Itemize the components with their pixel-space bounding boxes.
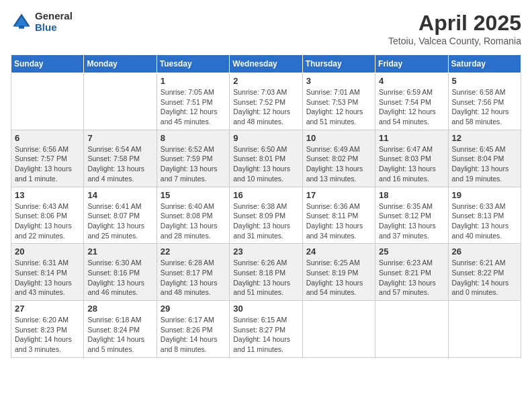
day-number: 1 bbox=[161, 76, 226, 86]
day-number: 26 bbox=[452, 246, 517, 257]
location-text: Tetoiu, Valcea County, Romania bbox=[388, 36, 521, 46]
calendar-cell: 23Sunrise: 6:26 AM Sunset: 8:18 PM Dayli… bbox=[230, 244, 302, 301]
day-number: 3 bbox=[306, 76, 371, 86]
logo-text: General Blue bbox=[35, 11, 73, 33]
page-header: General Blue April 2025 Tetoiu, Valcea C… bbox=[11, 11, 521, 46]
day-info: Sunrise: 6:23 AM Sunset: 8:21 PM Dayligh… bbox=[379, 258, 444, 298]
calendar-header: Sunday Monday Tuesday Wednesday Thursday… bbox=[11, 55, 521, 73]
day-number: 5 bbox=[452, 76, 517, 86]
week-row-2: 6Sunrise: 6:56 AM Sunset: 7:57 PM Daylig… bbox=[11, 130, 521, 187]
calendar-cell: 27Sunrise: 6:20 AM Sunset: 8:23 PM Dayli… bbox=[11, 301, 84, 358]
calendar-cell: 3Sunrise: 7:01 AM Sunset: 7:53 PM Daylig… bbox=[302, 73, 375, 130]
day-info: Sunrise: 6:36 AM Sunset: 8:11 PM Dayligh… bbox=[306, 201, 371, 241]
calendar-cell: 5Sunrise: 6:58 AM Sunset: 7:56 PM Daylig… bbox=[448, 73, 521, 130]
calendar-cell: 22Sunrise: 6:28 AM Sunset: 8:17 PM Dayli… bbox=[157, 244, 229, 301]
day-info: Sunrise: 6:25 AM Sunset: 8:19 PM Dayligh… bbox=[306, 258, 371, 298]
calendar-cell: 11Sunrise: 6:47 AM Sunset: 8:03 PM Dayli… bbox=[375, 130, 448, 187]
calendar-cell: 6Sunrise: 6:56 AM Sunset: 7:57 PM Daylig… bbox=[11, 130, 84, 187]
calendar-cell bbox=[302, 301, 375, 358]
day-number: 8 bbox=[161, 133, 226, 143]
day-number: 19 bbox=[452, 190, 517, 200]
calendar-cell: 26Sunrise: 6:21 AM Sunset: 8:22 PM Dayli… bbox=[448, 244, 521, 301]
calendar-cell: 1Sunrise: 7:05 AM Sunset: 7:51 PM Daylig… bbox=[157, 73, 229, 130]
day-info: Sunrise: 6:54 AM Sunset: 7:58 PM Dayligh… bbox=[87, 144, 152, 184]
day-number: 18 bbox=[379, 190, 444, 200]
calendar-cell: 18Sunrise: 6:35 AM Sunset: 8:12 PM Dayli… bbox=[375, 187, 448, 244]
calendar-cell: 10Sunrise: 6:49 AM Sunset: 8:02 PM Dayli… bbox=[302, 130, 375, 187]
day-info: Sunrise: 6:59 AM Sunset: 7:54 PM Dayligh… bbox=[379, 87, 444, 127]
day-number: 25 bbox=[379, 246, 444, 257]
day-number: 29 bbox=[161, 304, 226, 314]
calendar-cell: 7Sunrise: 6:54 AM Sunset: 7:58 PM Daylig… bbox=[84, 130, 157, 187]
day-info: Sunrise: 6:30 AM Sunset: 8:16 PM Dayligh… bbox=[87, 258, 152, 298]
col-saturday: Saturday bbox=[448, 55, 521, 73]
calendar-cell: 14Sunrise: 6:41 AM Sunset: 8:07 PM Dayli… bbox=[84, 187, 157, 244]
title-area: April 2025 Tetoiu, Valcea County, Romani… bbox=[388, 11, 521, 46]
col-monday: Monday bbox=[84, 55, 157, 73]
day-number: 17 bbox=[306, 190, 371, 200]
day-number: 15 bbox=[161, 190, 226, 200]
week-row-5: 27Sunrise: 6:20 AM Sunset: 8:23 PM Dayli… bbox=[11, 301, 521, 358]
calendar-cell: 28Sunrise: 6:18 AM Sunset: 8:24 PM Dayli… bbox=[84, 301, 157, 358]
calendar-cell: 13Sunrise: 6:43 AM Sunset: 8:06 PM Dayli… bbox=[11, 187, 84, 244]
day-number: 7 bbox=[87, 133, 152, 143]
day-info: Sunrise: 6:21 AM Sunset: 8:22 PM Dayligh… bbox=[452, 258, 517, 298]
calendar-cell bbox=[375, 301, 448, 358]
day-info: Sunrise: 7:03 AM Sunset: 7:52 PM Dayligh… bbox=[233, 87, 298, 127]
logo-general-text: General bbox=[35, 11, 73, 22]
day-number: 24 bbox=[306, 246, 371, 257]
day-info: Sunrise: 6:28 AM Sunset: 8:17 PM Dayligh… bbox=[161, 258, 226, 298]
header-row: Sunday Monday Tuesday Wednesday Thursday… bbox=[11, 55, 521, 73]
day-info: Sunrise: 6:17 AM Sunset: 8:26 PM Dayligh… bbox=[161, 315, 226, 355]
day-info: Sunrise: 6:47 AM Sunset: 8:03 PM Dayligh… bbox=[379, 144, 444, 184]
day-info: Sunrise: 7:01 AM Sunset: 7:53 PM Dayligh… bbox=[306, 87, 371, 127]
calendar-cell: 29Sunrise: 6:17 AM Sunset: 8:26 PM Dayli… bbox=[157, 301, 229, 358]
day-number: 10 bbox=[306, 133, 371, 143]
calendar-cell: 8Sunrise: 6:52 AM Sunset: 7:59 PM Daylig… bbox=[157, 130, 229, 187]
calendar-cell bbox=[11, 73, 84, 130]
day-number: 13 bbox=[15, 190, 80, 200]
day-number: 22 bbox=[161, 246, 226, 257]
day-number: 21 bbox=[87, 246, 152, 257]
day-info: Sunrise: 6:56 AM Sunset: 7:57 PM Dayligh… bbox=[15, 144, 80, 184]
day-info: Sunrise: 6:52 AM Sunset: 7:59 PM Dayligh… bbox=[161, 144, 226, 184]
day-info: Sunrise: 6:35 AM Sunset: 8:12 PM Dayligh… bbox=[379, 201, 444, 241]
day-info: Sunrise: 6:41 AM Sunset: 8:07 PM Dayligh… bbox=[87, 201, 152, 241]
day-info: Sunrise: 6:45 AM Sunset: 8:04 PM Dayligh… bbox=[452, 144, 517, 184]
day-number: 11 bbox=[379, 133, 444, 143]
day-number: 6 bbox=[15, 133, 80, 143]
day-info: Sunrise: 6:26 AM Sunset: 8:18 PM Dayligh… bbox=[233, 258, 298, 298]
day-info: Sunrise: 6:15 AM Sunset: 8:27 PM Dayligh… bbox=[233, 315, 298, 355]
col-sunday: Sunday bbox=[11, 55, 84, 73]
calendar-cell bbox=[84, 73, 157, 130]
calendar-cell: 24Sunrise: 6:25 AM Sunset: 8:19 PM Dayli… bbox=[302, 244, 375, 301]
calendar-cell bbox=[448, 301, 521, 358]
svg-rect-2 bbox=[19, 25, 24, 28]
col-tuesday: Tuesday bbox=[157, 55, 229, 73]
day-info: Sunrise: 6:20 AM Sunset: 8:23 PM Dayligh… bbox=[15, 315, 80, 355]
calendar-cell: 21Sunrise: 6:30 AM Sunset: 8:16 PM Dayli… bbox=[84, 244, 157, 301]
day-info: Sunrise: 6:50 AM Sunset: 8:01 PM Dayligh… bbox=[233, 144, 298, 184]
calendar-cell: 19Sunrise: 6:33 AM Sunset: 8:13 PM Dayli… bbox=[448, 187, 521, 244]
calendar-cell: 2Sunrise: 7:03 AM Sunset: 7:52 PM Daylig… bbox=[230, 73, 302, 130]
day-number: 12 bbox=[452, 133, 517, 143]
day-number: 16 bbox=[233, 190, 298, 200]
day-info: Sunrise: 6:38 AM Sunset: 8:09 PM Dayligh… bbox=[233, 201, 298, 241]
day-info: Sunrise: 6:40 AM Sunset: 8:08 PM Dayligh… bbox=[161, 201, 226, 241]
calendar-cell: 16Sunrise: 6:38 AM Sunset: 8:09 PM Dayli… bbox=[230, 187, 302, 244]
week-row-1: 1Sunrise: 7:05 AM Sunset: 7:51 PM Daylig… bbox=[11, 73, 521, 130]
col-thursday: Thursday bbox=[302, 55, 375, 73]
calendar-table: Sunday Monday Tuesday Wednesday Thursday… bbox=[11, 54, 521, 358]
col-friday: Friday bbox=[375, 55, 448, 73]
calendar-cell: 17Sunrise: 6:36 AM Sunset: 8:11 PM Dayli… bbox=[302, 187, 375, 244]
logo: General Blue bbox=[11, 11, 73, 33]
day-number: 2 bbox=[233, 76, 298, 86]
calendar-body: 1Sunrise: 7:05 AM Sunset: 7:51 PM Daylig… bbox=[11, 73, 521, 358]
day-info: Sunrise: 6:43 AM Sunset: 8:06 PM Dayligh… bbox=[15, 201, 80, 241]
day-number: 27 bbox=[15, 304, 80, 314]
month-title: April 2025 bbox=[388, 11, 521, 36]
calendar-cell: 25Sunrise: 6:23 AM Sunset: 8:21 PM Dayli… bbox=[375, 244, 448, 301]
day-info: Sunrise: 6:18 AM Sunset: 8:24 PM Dayligh… bbox=[87, 315, 152, 355]
calendar-cell: 20Sunrise: 6:31 AM Sunset: 8:14 PM Dayli… bbox=[11, 244, 84, 301]
logo-blue-text: Blue bbox=[35, 22, 73, 34]
